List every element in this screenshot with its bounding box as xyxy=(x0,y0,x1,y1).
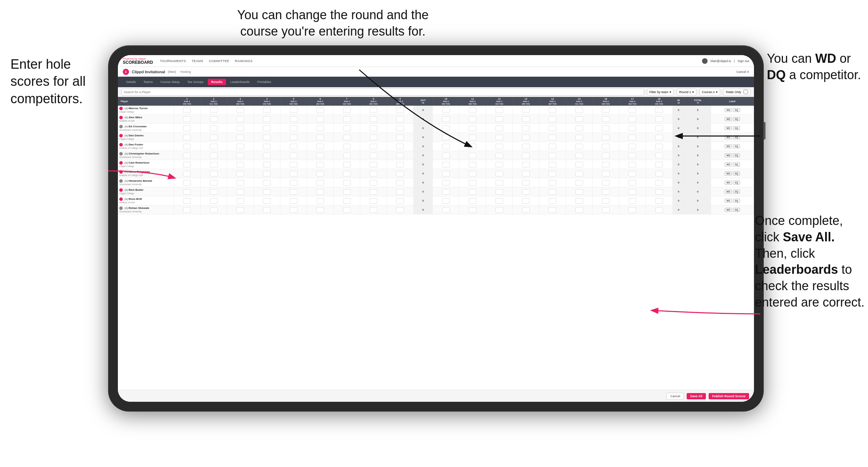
score-input-hole-17[interactable] xyxy=(628,144,636,149)
score-input-hole-10[interactable] xyxy=(442,171,450,176)
hole-10-input[interactable] xyxy=(433,187,459,196)
score-input-hole-5[interactable] xyxy=(290,153,297,158)
score-input-hole-7[interactable] xyxy=(343,126,351,131)
score-input-hole-3[interactable] xyxy=(236,162,244,167)
hole-7-input[interactable] xyxy=(333,187,360,196)
hole-13-input[interactable] xyxy=(513,169,539,178)
score-input-hole-5[interactable] xyxy=(290,116,297,122)
hole-7-input[interactable] xyxy=(333,142,360,151)
score-input-hole-11[interactable] xyxy=(469,180,476,186)
hole-12-input[interactable] xyxy=(486,196,512,205)
hole-17-input[interactable] xyxy=(619,133,646,142)
score-input-hole-14[interactable] xyxy=(549,162,556,167)
score-input-hole-10[interactable] xyxy=(442,198,450,204)
score-input-hole-10[interactable] xyxy=(442,207,450,213)
score-input-hole-2[interactable] xyxy=(210,189,218,195)
score-input-hole-13[interactable] xyxy=(522,180,530,186)
score-input-hole-4[interactable] xyxy=(263,107,271,113)
hole-13-input[interactable] xyxy=(513,160,539,169)
hole-10-input[interactable] xyxy=(433,169,459,178)
score-input-hole-11[interactable] xyxy=(469,107,476,113)
hole-3-input[interactable] xyxy=(227,205,254,214)
hole-12-input[interactable] xyxy=(486,187,512,196)
hole-13-input[interactable] xyxy=(513,142,539,151)
hole-16-input[interactable] xyxy=(592,187,619,196)
hole-9-input[interactable] xyxy=(387,205,413,214)
hole-9-input[interactable] xyxy=(387,115,413,124)
score-input-hole-4[interactable] xyxy=(263,144,271,149)
hole-18-input[interactable] xyxy=(646,133,672,142)
score-input-hole-12[interactable] xyxy=(496,198,503,204)
score-input-hole-14[interactable] xyxy=(549,207,556,213)
score-input-hole-7[interactable] xyxy=(343,171,351,176)
hole-11-input[interactable] xyxy=(459,178,486,187)
score-input-hole-11[interactable] xyxy=(469,144,476,149)
hole-14-input[interactable] xyxy=(539,169,566,178)
hole-3-input[interactable] xyxy=(227,142,254,151)
score-input-hole-2[interactable] xyxy=(210,162,218,167)
score-input-hole-10[interactable] xyxy=(442,126,450,131)
hole-16-input[interactable] xyxy=(592,124,619,133)
hole-17-input[interactable] xyxy=(619,115,646,124)
hole-6-input[interactable] xyxy=(307,169,333,178)
score-input-hole-17[interactable] xyxy=(628,126,636,131)
score-input-hole-17[interactable] xyxy=(628,162,636,167)
hole-14-input[interactable] xyxy=(539,133,566,142)
score-input-hole-15[interactable] xyxy=(575,171,583,176)
nav-teams[interactable]: TEAMS xyxy=(192,59,204,63)
dq-button[interactable]: DQ xyxy=(733,190,740,194)
hole-1-input[interactable] xyxy=(174,133,200,142)
score-input-hole-4[interactable] xyxy=(263,135,271,140)
score-input-hole-17[interactable] xyxy=(628,107,636,113)
hole-17-input[interactable] xyxy=(619,169,646,178)
hole-15-input[interactable] xyxy=(566,160,592,169)
hole-4-input[interactable] xyxy=(254,142,280,151)
hole-15-input[interactable] xyxy=(566,169,592,178)
hole-9-input[interactable] xyxy=(387,178,413,187)
hole-4-input[interactable] xyxy=(254,151,280,160)
score-input-hole-6[interactable] xyxy=(316,144,324,149)
score-input-hole-5[interactable] xyxy=(290,135,297,140)
hole-5-input[interactable] xyxy=(280,133,307,142)
score-input-hole-3[interactable] xyxy=(236,207,244,213)
hole-3-input[interactable] xyxy=(227,124,254,133)
nav-committee[interactable]: COMMITTEE xyxy=(209,59,229,63)
score-input-hole-12[interactable] xyxy=(496,207,503,213)
score-input-hole-1[interactable] xyxy=(183,198,191,204)
hole-16-input[interactable] xyxy=(592,196,619,205)
hole-12-input[interactable] xyxy=(486,151,512,160)
score-input-hole-16[interactable] xyxy=(602,207,610,213)
hole-9-input[interactable] xyxy=(387,151,413,160)
score-input-hole-15[interactable] xyxy=(575,116,583,122)
hole-14-input[interactable] xyxy=(539,106,566,115)
score-input-hole-7[interactable] xyxy=(343,153,351,158)
publish-button[interactable]: Publish Round Scores xyxy=(709,393,749,399)
score-input-hole-7[interactable] xyxy=(343,162,351,167)
score-input-hole-1[interactable] xyxy=(183,180,191,186)
wd-button[interactable]: WD xyxy=(725,108,732,112)
hole-7-input[interactable] xyxy=(333,124,360,133)
score-input-hole-16[interactable] xyxy=(602,171,610,176)
hole-2-input[interactable] xyxy=(200,187,227,196)
score-input-hole-13[interactable] xyxy=(522,135,530,140)
hole-6-input[interactable] xyxy=(307,115,333,124)
score-input-hole-15[interactable] xyxy=(575,107,583,113)
hole-8-input[interactable] xyxy=(360,187,387,196)
score-input-hole-6[interactable] xyxy=(316,171,324,176)
nav-tournaments[interactable]: TOURNAMENTS xyxy=(160,59,186,63)
score-input-hole-3[interactable] xyxy=(236,107,244,113)
score-input-hole-13[interactable] xyxy=(522,107,530,113)
score-input-hole-16[interactable] xyxy=(602,126,610,131)
score-input-hole-13[interactable] xyxy=(522,153,530,158)
score-input-hole-11[interactable] xyxy=(469,198,476,204)
hole-10-input[interactable] xyxy=(433,124,459,133)
score-input-hole-7[interactable] xyxy=(343,189,351,195)
score-input-hole-18[interactable] xyxy=(655,180,663,186)
dq-button[interactable]: DQ xyxy=(733,199,740,203)
hole-3-input[interactable] xyxy=(227,187,254,196)
dq-button[interactable]: DQ xyxy=(733,172,740,175)
hole-1-input[interactable] xyxy=(174,196,200,205)
hole-11-input[interactable] xyxy=(459,196,486,205)
score-input-hole-6[interactable] xyxy=(316,162,324,167)
hole-7-input[interactable] xyxy=(333,205,360,214)
